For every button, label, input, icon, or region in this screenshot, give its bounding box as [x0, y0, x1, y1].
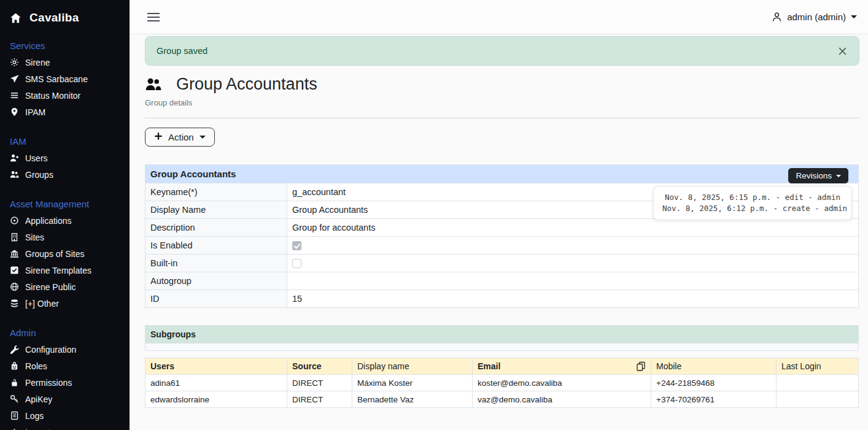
- sidebar-item-other[interactable]: [+] Other: [0, 295, 130, 312]
- hamburger-menu-icon[interactable]: [146, 10, 161, 24]
- sidebar-item-users[interactable]: Users: [0, 150, 130, 166]
- sidebar-item-label: ApiKey: [25, 394, 52, 404]
- close-icon[interactable]: [837, 46, 848, 56]
- home-icon: [10, 12, 21, 24]
- alert-success: Group saved: [145, 36, 859, 66]
- sidebar-item-groups[interactable]: Groups: [0, 166, 130, 183]
- sidebar-item-label: Users: [25, 153, 48, 163]
- section-heading-asset-management: Asset Management: [0, 196, 130, 212]
- sidebar-item-label: Groups: [25, 170, 53, 180]
- page-content: Group saved Group Accountants Group deta…: [130, 34, 868, 408]
- check-square-icon: [10, 266, 19, 275]
- field-value-id: 15: [287, 290, 859, 308]
- sidebar-item-sirene-public[interactable]: Sirene Public: [0, 278, 130, 295]
- action-button-label: Action: [168, 132, 194, 142]
- sidebar-item-sites[interactable]: Sites: [0, 229, 130, 245]
- table-row: Autogroup: [145, 272, 859, 290]
- users-table-header-row: Users Source Display name Email Mobile L…: [145, 358, 859, 375]
- chevron-down-icon: [851, 15, 857, 18]
- built-in-checkbox[interactable]: [292, 259, 301, 268]
- chevron-down-icon: [200, 136, 206, 139]
- user-cell-display-name: Máxima Koster: [352, 375, 473, 391]
- sidebar-item-status-monitor[interactable]: Status Monitor: [0, 87, 130, 104]
- copy-icon[interactable]: [636, 361, 646, 371]
- sidebar-item-permissions[interactable]: Permissions: [0, 374, 130, 391]
- group-detail-section: Group Accountants Keyname(*) g_accountan…: [145, 164, 859, 308]
- sidebar-item-label: [+] Other: [25, 299, 59, 309]
- user-cell-display-name: Bernadette Vaz: [352, 391, 473, 408]
- field-value-built-in: [287, 255, 859, 272]
- sidebar: Cavaliba Services Sirene SMS Sarbacane S…: [0, 0, 130, 430]
- user-cell-source: DIRECT: [287, 391, 352, 408]
- sidebar-section-services: Services Sirene SMS Sarbacane Status Mon…: [0, 38, 130, 120]
- field-label-built-in: Built-in: [145, 255, 287, 272]
- detail-table-header: Group Accountants: [145, 165, 859, 183]
- column-header-users: Users: [145, 358, 287, 375]
- section-heading-admin: Admin: [0, 325, 130, 341]
- stack-icon: [10, 299, 19, 308]
- plus-icon: [10, 428, 19, 430]
- sidebar-item-sirene-templates[interactable]: Sirene Templates: [0, 262, 130, 278]
- sidebar-item-label: Roles: [25, 361, 47, 371]
- field-label-is-enabled: Is Enabled: [145, 237, 287, 255]
- column-header-source: Source: [287, 358, 352, 375]
- key-icon: [10, 394, 19, 404]
- field-label-keyname: Keyname(*): [145, 183, 287, 201]
- sidebar-item-label: Sirene: [25, 58, 50, 67]
- sidebar-item-label: Configuration: [25, 345, 76, 355]
- is-enabled-checkbox[interactable]: [292, 241, 301, 250]
- sidebar-item-configuration[interactable]: Configuration: [0, 341, 130, 358]
- geo-pin-icon: [10, 107, 19, 117]
- revisions-button[interactable]: Revisions: [788, 168, 848, 183]
- column-header-last-login: Last Login: [777, 358, 859, 375]
- user-cell-email: vaz@demo.cavaliba: [473, 391, 651, 408]
- sidebar-item-label: Groups of Sites: [25, 249, 85, 259]
- user-cell-username: edwardslorraine: [145, 391, 287, 408]
- user-cell-mobile: +374-70269761: [651, 391, 777, 408]
- table-row[interactable]: adina61 DIRECT Máxima Koster koster@demo…: [145, 375, 859, 391]
- sidebar-item-ipam[interactable]: IPAM: [0, 104, 130, 120]
- table-row: Description Group for accoutants: [145, 219, 859, 237]
- revision-menu-item[interactable]: Nov. 8, 2025, 6:15 p.m. - edit - admin: [662, 192, 843, 203]
- user-menu[interactable]: admin (admin): [772, 12, 857, 22]
- column-header-email-label: Email: [478, 361, 500, 371]
- subgroups-empty-row: [145, 344, 859, 351]
- person-icon: [772, 12, 782, 22]
- plus-icon: [154, 132, 163, 142]
- brand[interactable]: Cavaliba: [0, 9, 130, 25]
- sidebar-section-admin: Admin Configuration Roles Permissions Ap…: [0, 325, 130, 430]
- sidebar-item-label: Applications: [25, 216, 72, 226]
- table-row: Is Enabled: [145, 237, 859, 255]
- sidebar-item-label: Status Monitor: [25, 91, 80, 101]
- page-subtitle: Group details: [145, 98, 859, 107]
- person-plus-icon: [10, 153, 19, 163]
- user-cell-mobile: +244-21859468: [651, 375, 777, 391]
- table-row: [145, 344, 859, 351]
- sidebar-item-logs[interactable]: Logs: [0, 407, 130, 424]
- section-heading-iam: IAM: [0, 134, 130, 150]
- sidebar-item-import[interactable]: Import: [0, 424, 130, 430]
- action-button[interactable]: Action: [145, 128, 215, 147]
- table-row[interactable]: edwardslorraine DIRECT Bernadette Vaz va…: [145, 391, 859, 408]
- topbar: admin (admin): [130, 0, 868, 34]
- field-label-display-name: Display Name: [145, 201, 287, 219]
- sidebar-item-sms-sarbacane[interactable]: SMS Sarbacane: [0, 71, 130, 87]
- globe-icon: [10, 282, 19, 291]
- section-heading-services: Services: [0, 38, 130, 54]
- sidebar-item-apikey[interactable]: ApiKey: [0, 391, 130, 407]
- sidebar-item-label: SMS Sarbacane: [25, 74, 88, 84]
- sidebar-item-sirene[interactable]: Sirene: [0, 54, 130, 71]
- sidebar-item-groups-of-sites[interactable]: Groups of Sites: [0, 245, 130, 262]
- sidebar-item-label: Permissions: [25, 378, 72, 388]
- chevron-down-icon: [836, 175, 841, 177]
- sidebar-item-label: Sites: [25, 232, 44, 242]
- revision-menu-item[interactable]: Nov. 8, 2025, 6:12 p.m. - create - admin: [662, 203, 843, 214]
- sidebar-item-roles[interactable]: Roles: [0, 358, 130, 374]
- column-header-mobile: Mobile: [651, 358, 777, 375]
- sidebar-item-label: IPAM: [25, 107, 45, 117]
- alert-message: Group saved: [157, 46, 207, 56]
- sidebar-item-applications[interactable]: Applications: [0, 212, 130, 229]
- revisions-dropdown-menu: Nov. 8, 2025, 6:15 p.m. - edit - admin N…: [653, 186, 852, 220]
- wrench-icon: [10, 345, 19, 354]
- app-root: Cavaliba Services Sirene SMS Sarbacane S…: [0, 0, 868, 430]
